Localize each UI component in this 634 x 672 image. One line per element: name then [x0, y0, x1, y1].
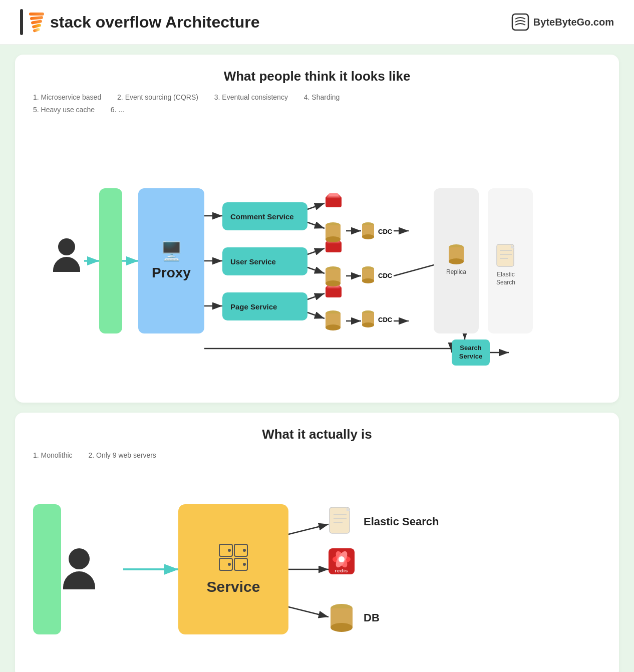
redis-logo: redis — [329, 548, 355, 574]
top-assumptions: 1. Microservice based 2. Event sourcing … — [33, 91, 601, 116]
proxy-box: 🖥️ Proxy — [138, 188, 204, 333]
comment-redis-icon — [325, 192, 343, 212]
top-panel: What people think it looks like 1. Micro… — [15, 55, 619, 403]
bottom-diagram-svg — [33, 474, 601, 664]
user-cdc: CDC — [361, 265, 392, 285]
cdc-label-comment: CDC — [378, 228, 392, 235]
db-label: DB — [364, 611, 380, 624]
brand-logo-area: ByteByteGo.com — [511, 13, 614, 31]
svg-point-59 — [449, 258, 464, 264]
svg-point-47 — [326, 324, 341, 330]
green-left-bar-bottom — [33, 504, 61, 634]
bottom-assumptions: 1. Monolithic 2. Only 9 web servers — [33, 449, 601, 462]
elastic-search-icon — [496, 243, 517, 271]
bottom-panel: What it actually is 1. Monolithic 2. Onl… — [15, 413, 619, 672]
svg-line-15 — [307, 293, 325, 299]
svg-line-13 — [307, 248, 325, 254]
page-cdc: CDC — [361, 309, 392, 329]
bottom-assumption-2: 2. Only 9 web servers — [88, 451, 156, 459]
bottom-diagram: Service Elastic Search — [33, 474, 601, 664]
replica-cylinder — [448, 243, 465, 267]
svg-point-79 — [243, 563, 246, 566]
service-box: Service — [178, 504, 288, 634]
comment-service-box: Comment Service — [222, 202, 307, 230]
assumption-4: 4. Sharding — [304, 93, 340, 101]
db-area: DB — [329, 602, 380, 633]
svg-point-53 — [362, 278, 374, 283]
top-diagram: 🖥️ Proxy Comment Service User Service Pa… — [33, 128, 601, 389]
elastic-label: Elastic Search — [364, 515, 439, 528]
brand-name: ByteByteGo.com — [533, 17, 614, 28]
svg-line-14 — [307, 267, 325, 273]
proxy-server-icon: 🖥️ — [160, 241, 183, 262]
user-service-box: User Service — [222, 247, 307, 275]
user-figure-top — [53, 238, 80, 272]
svg-point-76 — [228, 549, 231, 552]
svg-rect-30 — [329, 193, 339, 196]
svg-point-77 — [243, 549, 246, 552]
user-figure-bottom — [63, 548, 95, 589]
cdc-label-page: CDC — [378, 316, 392, 323]
replica-label: Replica — [441, 268, 472, 275]
redis-text: redis — [335, 568, 349, 573]
svg-line-11 — [307, 203, 325, 209]
main-content: What people think it looks like 1. Micro… — [0, 45, 634, 672]
svg-point-41 — [326, 236, 341, 242]
elastic-search-area: Elastic Search — [329, 506, 439, 537]
assumption-6: 6. ... — [111, 106, 124, 114]
green-left-bar — [99, 188, 122, 333]
top-panel-title: What people think it looks like — [33, 69, 601, 84]
bottom-panel-title: What it actually is — [33, 427, 601, 442]
svg-point-50 — [362, 234, 374, 239]
assumption-3: 3. Eventual consistency — [214, 93, 288, 101]
svg-line-16 — [307, 312, 325, 318]
elastic-search-doc-icon — [329, 506, 355, 537]
svg-point-56 — [362, 322, 374, 327]
svg-line-12 — [307, 222, 325, 228]
search-service-box: Search Service — [452, 340, 490, 366]
page-service-box: Page Service — [222, 292, 307, 320]
search-service-label: Search Service — [452, 344, 490, 361]
proxy-label: Proxy — [152, 265, 191, 281]
service-label: Service — [207, 578, 260, 595]
comment-db-cylinder — [325, 221, 342, 245]
svg-point-78 — [228, 563, 231, 566]
page-db-cylinder — [325, 309, 342, 333]
svg-line-71 — [288, 607, 329, 617]
page-service-label: Page Service — [230, 302, 277, 311]
brand-icon — [511, 13, 529, 31]
elastic-search-label: Elastic Search — [489, 271, 523, 286]
header-bar — [20, 9, 23, 35]
user-db-cylinder — [325, 265, 342, 289]
cdc-label-user: CDC — [378, 272, 392, 279]
service-server-icon — [218, 543, 248, 573]
header-left: stack overflow Architecture — [20, 9, 260, 35]
svg-rect-0 — [512, 14, 528, 30]
bottom-assumption-1: 1. Monolithic — [33, 451, 73, 459]
assumption-2: 2. Event sourcing (CQRS) — [117, 93, 198, 101]
svg-point-44 — [326, 280, 341, 286]
redis-area: redis — [329, 548, 355, 574]
comment-service-label: Comment Service — [230, 212, 294, 221]
stackoverflow-icon — [29, 13, 44, 32]
assumption-1: 1. Microservice based — [33, 93, 101, 101]
db-cylinder-icon — [329, 602, 355, 633]
svg-point-90 — [331, 623, 353, 632]
assumption-5: 5. Heavy use cache — [33, 106, 95, 114]
svg-point-87 — [339, 556, 345, 562]
page-title: stack overflow Architecture — [50, 13, 260, 32]
header: stack overflow Architecture ByteByteGo.c… — [0, 0, 634, 45]
svg-line-69 — [288, 524, 329, 534]
user-service-label: User Service — [230, 257, 276, 266]
comment-cdc: CDC — [361, 221, 392, 241]
